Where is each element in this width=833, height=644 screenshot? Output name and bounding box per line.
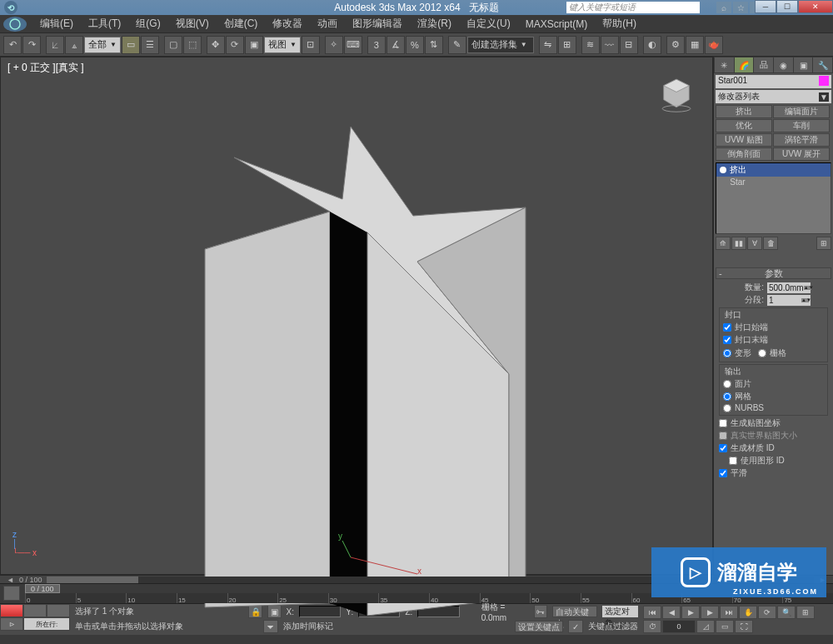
selection-filter-dropdown[interactable]: 全部▼ [84, 37, 121, 53]
keyfilter-button[interactable]: 关键点过滤器 [588, 621, 638, 632]
menu-customize[interactable]: 自定义(U) [460, 15, 517, 32]
named-selset-dropdown[interactable]: 创建选择集▼ [467, 37, 534, 53]
schematic-button[interactable]: ⊟ [620, 36, 638, 54]
nav-region-button[interactable]: ▭ [716, 620, 734, 633]
mod-btn-optimize[interactable]: 优化 [716, 119, 772, 132]
tab-utilities[interactable]: 🔧 [813, 57, 832, 72]
menu-maxscript[interactable]: MAXScript(M) [519, 17, 595, 32]
scale-button[interactable]: ▣ [245, 36, 263, 54]
layer-button[interactable]: ≋ [581, 36, 600, 54]
menu-create[interactable]: 创建(C) [217, 15, 265, 32]
nav-zoomall-button[interactable]: ⊞ [796, 606, 815, 619]
mod-btn-uvwmap[interactable]: UVW 贴图 [716, 133, 772, 147]
amount-spinner[interactable]: 500.0mm▲▼ [767, 282, 811, 293]
redo-button[interactable]: ↷ [22, 36, 41, 54]
mod-btn-bevelprof[interactable]: 倒角剖面 [716, 147, 772, 161]
next-frame-button[interactable]: ▶ [701, 606, 719, 619]
infocenter-icon[interactable]: ⌕ [716, 2, 731, 13]
menu-tools[interactable]: 工具(T) [82, 15, 127, 32]
curve-editor-button[interactable]: 〰 [601, 36, 619, 54]
mesh-radio[interactable] [723, 392, 731, 401]
menu-view[interactable]: 视图(V) [169, 15, 216, 32]
patch-radio[interactable] [723, 380, 731, 388]
goto-start-button[interactable]: ⏮ [643, 606, 661, 619]
morph-radio[interactable] [723, 349, 731, 357]
gen-uv-check[interactable] [719, 419, 727, 427]
status-b2[interactable] [23, 604, 47, 617]
angle-snap-button[interactable]: ∡ [387, 36, 405, 54]
mod-btn-extrude[interactable]: 挤出 [716, 105, 772, 118]
material-editor-button[interactable]: ◐ [643, 36, 661, 54]
menu-help[interactable]: 帮助(H) [596, 15, 643, 32]
realworld-check[interactable] [719, 432, 727, 440]
mirror-button[interactable]: ⇋ [539, 36, 557, 54]
setkey-button[interactable]: 设置关键点 [515, 621, 563, 632]
mod-btn-turbosmooth[interactable]: 涡轮平滑 [773, 133, 830, 147]
edit-named-sel-button[interactable]: ✎ [448, 36, 466, 54]
object-name-field[interactable]: Star001 [716, 75, 831, 88]
keyboard-shortcut-button[interactable]: ⌨ [344, 36, 362, 54]
time-tag-icon[interactable]: ⏷ [263, 620, 278, 633]
pivot-button[interactable]: ⊡ [302, 36, 320, 54]
align-button[interactable]: ⊞ [558, 36, 576, 54]
modifier-stack[interactable]: 挤出 Star [716, 162, 831, 234]
viewport[interactable]: [ + 0 正交 ][真实 ] x y z│ └── x [0, 57, 713, 575]
link-button[interactable]: ⟀ [46, 36, 64, 54]
remove-mod-button[interactable]: 🗑 [763, 237, 778, 250]
tab-display[interactable]: ▣ [794, 57, 813, 72]
select-object-button[interactable]: ▭ [122, 36, 140, 54]
viewport-label[interactable]: [ + 0 正交 ][真实 ] [7, 61, 84, 75]
unlink-button[interactable]: ⟁ [65, 36, 83, 54]
nav-pan-button[interactable]: ✋ [739, 606, 757, 619]
gen-mat-check[interactable] [719, 444, 727, 452]
ref-coord-dropdown[interactable]: 视图▼ [264, 37, 301, 53]
object-color-swatch[interactable] [819, 76, 829, 86]
render-setup-button[interactable]: ⚙ [666, 36, 685, 54]
maximize-button[interactable]: ☐ [776, 0, 798, 13]
script-line-button[interactable]: 所在行: [23, 617, 70, 631]
keyfilter-icon[interactable]: ✓ [568, 620, 583, 633]
app-menu-button[interactable] [3, 17, 27, 32]
autokey-button[interactable]: 自动关键点 [552, 606, 597, 617]
set-key-button[interactable] [3, 586, 20, 601]
window-crossing-button[interactable]: ⬚ [183, 36, 202, 54]
percent-snap-button[interactable]: % [406, 36, 424, 54]
menu-grapheditors[interactable]: 图形编辑器 [346, 15, 409, 32]
menu-modifiers[interactable]: 修改器 [266, 15, 309, 32]
render-frame-button[interactable]: ▦ [686, 36, 704, 54]
tab-create[interactable]: ✳ [715, 57, 734, 72]
configure-sets-button[interactable]: ⊞ [816, 237, 831, 250]
modifier-list-dropdown[interactable]: 修改器列表▼ [716, 90, 831, 103]
add-time-tag[interactable]: 添加时间标记 [283, 621, 333, 632]
tab-motion[interactable]: ◉ [774, 57, 793, 72]
menu-animation[interactable]: 动画 [311, 15, 344, 32]
pin-stack-button[interactable]: ⟰ [716, 237, 731, 250]
undo-button[interactable]: ↶ [3, 36, 22, 54]
bulb-icon[interactable] [720, 167, 726, 173]
close-button[interactable]: ✕ [798, 0, 833, 13]
time-config-button[interactable]: ⏱ [643, 620, 661, 633]
status-b3[interactable] [47, 604, 70, 617]
mod-btn-uvwunwrap[interactable]: UVW 展开 [773, 147, 830, 161]
spinner-snap-button[interactable]: ⇅ [425, 36, 443, 54]
rotate-button[interactable]: ⟳ [226, 36, 244, 54]
nurbs-radio[interactable] [723, 404, 731, 412]
maxscript-mini-button[interactable]: ⊳ [0, 617, 23, 631]
tab-hierarchy[interactable]: 品 [754, 57, 773, 72]
select-name-button[interactable]: ☰ [141, 36, 159, 54]
tab-modify[interactable]: 🌈 [735, 57, 754, 72]
stack-item-base[interactable]: Star [716, 177, 831, 187]
menu-rendering[interactable]: 渲染(R) [411, 15, 458, 32]
rollout-header[interactable]: -参数 [716, 267, 831, 279]
menu-edit[interactable]: 编辑(E) [33, 15, 80, 32]
mod-btn-editpatch[interactable]: 编辑面片 [773, 105, 830, 118]
use-shape-check[interactable] [729, 457, 737, 465]
nav-max-button[interactable]: ⛶ [735, 620, 753, 633]
rect-region-button[interactable]: ▢ [164, 36, 182, 54]
key-icon[interactable]: 🗝 [534, 605, 548, 618]
snap-toggle-button[interactable]: 3 [367, 36, 386, 54]
mod-btn-lathe[interactable]: 车削 [773, 119, 830, 132]
play-button[interactable]: ▶ [681, 606, 700, 619]
nav-fov-button[interactable]: ◿ [696, 620, 715, 633]
frame-field[interactable]: 0 [662, 620, 696, 633]
